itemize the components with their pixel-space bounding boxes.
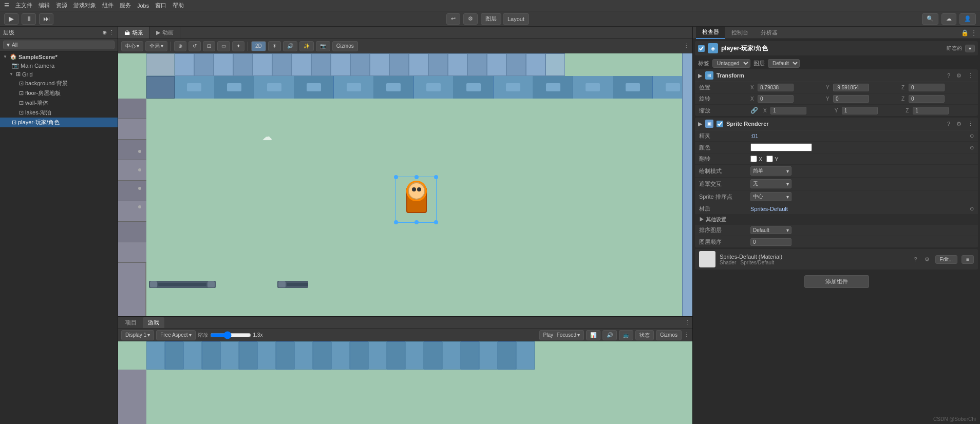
menu-item-services[interactable]: 服务 — [120, 2, 131, 9]
game-stats-btn[interactable]: 📊 — [586, 330, 600, 340]
undo-button[interactable]: ↩ — [446, 13, 460, 25]
play-button[interactable]: ▶ — [4, 13, 18, 25]
menu-item-edit[interactable]: 编辑 — [39, 2, 50, 9]
hierarchy-item-bg[interactable]: ⊡ background-背景 — [0, 79, 118, 88]
sprite-renderer-settings-icon[interactable]: ⚙ — [955, 121, 963, 127]
center-btn[interactable]: 中心 ▾ — [121, 41, 143, 51]
state-btn[interactable]: 状态 — [635, 330, 654, 340]
aspect-dropdown[interactable]: Free Aspect ▾ — [156, 330, 195, 340]
custom-tool-btn[interactable]: ✦ — [232, 41, 244, 51]
rot-x-input[interactable] — [758, 95, 794, 103]
game-display-btn[interactable]: 📺 — [619, 330, 633, 340]
search-button[interactable]: 🔍 — [922, 13, 938, 25]
hierarchy-item-lakes[interactable]: ⊡ lakes-湖泊 — [0, 108, 118, 118]
tab-console[interactable]: 控制台 — [725, 27, 755, 39]
menu-item-assets[interactable]: 资源 — [56, 2, 67, 9]
color-reset-icon[interactable]: ⊙ — [970, 145, 974, 150]
flip-y-checkbox[interactable] — [766, 156, 773, 162]
scale-y-input[interactable] — [842, 107, 878, 114]
sorting-layer-dropdown[interactable]: Default ▾ — [750, 226, 791, 234]
lighting-btn[interactable]: ☀ — [268, 41, 281, 51]
step-button[interactable]: ⏭ — [39, 13, 53, 25]
menu-item-gameobject[interactable]: 游戏对象 — [73, 2, 96, 9]
color-swatch[interactable] — [750, 143, 812, 151]
pos-y-input[interactable] — [833, 84, 869, 91]
account-button[interactable]: 👤 — [959, 13, 976, 25]
hierarchy-item-player[interactable]: ⊡ player-玩家/角色 — [0, 118, 118, 127]
sprite-sort-dropdown[interactable]: 中心 ▾ — [750, 192, 791, 201]
rot-y-input[interactable] — [833, 95, 869, 103]
global-btn[interactable]: 全局 ▾ — [145, 41, 167, 51]
game-more-icon[interactable]: ⋮ — [684, 332, 689, 338]
hierarchy-item-wall[interactable]: ⊡ wall-墙体 — [0, 98, 118, 108]
scale-x-input[interactable] — [770, 107, 806, 114]
scene-viewport[interactable]: ☁ — [118, 53, 692, 316]
inspector-lock-icon[interactable]: 🔒 — [961, 29, 969, 36]
mask-dropdown[interactable]: 无 ▾ — [750, 179, 791, 188]
play-focused-dropdown[interactable]: Play Focused ▾ — [539, 330, 585, 340]
sprite-renderer-header[interactable]: ▶ ▣ Sprite Renderer ? ⚙ ⋮ — [695, 118, 978, 130]
rotate-tool-btn[interactable]: ↺ — [189, 41, 201, 51]
layout-dropdown[interactable]: Layout — [503, 13, 529, 25]
static-dropdown-btn[interactable]: ▾ — [965, 45, 975, 52]
draw-mode-dropdown[interactable]: 简单 ▾ — [750, 166, 791, 176]
menu-bar[interactable]: ☰ 主文件 编辑 资源 游戏对象 组件 服务 Jobs 窗口 帮助 — [0, 0, 980, 11]
tag-select[interactable]: Untagged — [712, 59, 750, 68]
tab-project[interactable]: 项目 — [120, 317, 142, 328]
display-dropdown[interactable]: Display 1 ▾ — [121, 330, 154, 340]
tab-inspector[interactable]: 检查器 — [696, 27, 725, 39]
scale-z-input[interactable] — [913, 107, 949, 114]
menu-item-file[interactable]: 主文件 — [15, 2, 32, 9]
game-view-content[interactable] — [118, 341, 692, 424]
menu-item-component[interactable]: 组件 — [102, 2, 114, 9]
hierarchy-item-floor[interactable]: ⊡ floor-房屋地板 — [0, 88, 118, 98]
hierarchy-search-input[interactable] — [3, 41, 115, 49]
game-gizmos-btn[interactable]: Gizmos — [656, 330, 682, 340]
player-container[interactable] — [395, 177, 437, 223]
material-edit-btn[interactable]: Edit... — [935, 255, 958, 264]
tab-profiler[interactable]: 分析器 — [755, 27, 784, 39]
material-help-icon[interactable]: ? — [912, 256, 918, 262]
order-in-layer-input[interactable] — [750, 238, 791, 246]
pos-x-input[interactable] — [758, 84, 794, 91]
zoom-slider[interactable] — [210, 331, 251, 339]
fx-btn[interactable]: ✨ — [299, 41, 314, 51]
material-settings-icon[interactable]: ⚙ — [923, 256, 931, 263]
scene-camera-btn[interactable]: 📷 — [316, 41, 330, 51]
hierarchy-item-grid[interactable]: ▼ ⊞ Grid — [0, 70, 118, 79]
audio-btn[interactable]: 🔊 — [283, 41, 297, 51]
sprite-renderer-toggle[interactable] — [717, 121, 723, 127]
cloud-button[interactable]: ☁ — [941, 13, 956, 25]
menu-item-window[interactable]: 窗口 — [155, 2, 166, 9]
layers-dropdown[interactable]: 图层 — [481, 13, 501, 25]
flip-x-checkbox[interactable] — [750, 156, 757, 162]
transform-settings-icon[interactable]: ⚙ — [955, 72, 963, 79]
scene-more-icon[interactable]: ⋮ — [684, 43, 689, 49]
pause-button[interactable]: ⏸ — [22, 13, 36, 25]
layer-select[interactable]: Default — [768, 59, 800, 68]
menu-item-jobs[interactable]: Jobs — [137, 3, 149, 9]
sprite-reset-icon[interactable]: ⊙ — [970, 133, 974, 139]
move-tool-btn[interactable]: ⊕ — [174, 41, 186, 51]
material-reset-icon[interactable]: ⊙ — [970, 206, 974, 211]
material-value[interactable]: Sprites-Default — [750, 206, 788, 212]
hierarchy-menu-icon[interactable]: ⋮ — [109, 29, 115, 36]
pos-z-input[interactable] — [909, 84, 945, 91]
hierarchy-add-icon[interactable]: ⊕ — [102, 29, 107, 36]
sprite-value[interactable]: :01 — [750, 133, 758, 139]
inspector-more-icon[interactable]: ⋮ — [971, 29, 977, 36]
scale-tool-btn[interactable]: ⊡ — [203, 41, 215, 51]
2d-btn[interactable]: 2D — [251, 41, 266, 51]
gizmos-btn[interactable]: Gizmos — [332, 41, 358, 51]
menu-item-help[interactable]: 帮助 — [173, 2, 184, 9]
game-tabs-more-icon[interactable]: ⋮ — [685, 319, 690, 326]
other-settings-header[interactable]: ▶ 其他设置 — [695, 215, 978, 225]
rot-z-input[interactable] — [909, 95, 945, 103]
transform-header[interactable]: ▶ ⊞ Transform ? ⚙ ⋮ — [695, 69, 978, 82]
redo-button[interactable]: ⚙ — [463, 13, 478, 25]
transform-help-icon[interactable]: ? — [946, 72, 952, 79]
object-active-checkbox[interactable] — [698, 45, 705, 52]
rect-tool-btn[interactable]: ▭ — [217, 41, 230, 51]
hierarchy-item-maincam[interactable]: 📷 Main Camera — [0, 61, 118, 70]
audio-mute-btn[interactable]: 🔊 — [602, 330, 617, 340]
